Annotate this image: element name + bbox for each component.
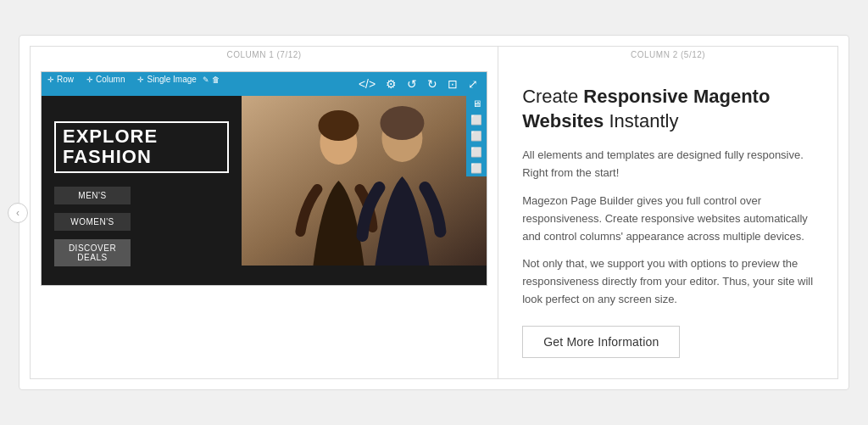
desktop-icon[interactable]: 🖥	[472, 99, 481, 109]
right-sidebar-icons: 🖥 ⬜ ⬜ ⬜ ⬜	[466, 96, 487, 176]
redo-icon[interactable]: ↻	[427, 77, 437, 91]
breadcrumb-column-label: Column	[96, 75, 125, 84]
heading-plain: Create	[522, 86, 583, 107]
paragraph-3: Not only that, we support you with optio…	[522, 255, 814, 308]
main-heading: Create Responsive Magento Websites Insta…	[522, 85, 814, 133]
row-icon: ✛	[47, 75, 54, 84]
heading-end: Instantly	[609, 110, 678, 131]
banner-title: EXPLORE FASHION	[54, 121, 229, 172]
mobile-xs-icon[interactable]: ⬜	[470, 164, 482, 173]
col-right-label: COLUMN 2 (5/12)	[498, 47, 837, 64]
column-icon: ✛	[86, 75, 93, 84]
paragraph-2: Magezon Page Builder gives you full cont…	[522, 193, 814, 245]
breadcrumb-column-item[interactable]: ✛ Column	[81, 72, 131, 87]
breadcrumb-image-label: Single Image	[147, 75, 196, 84]
delete-icon[interactable]: 🗑	[212, 75, 220, 84]
banner-left: EXPLORE FASHION MEN'S WOMEN'S DISCOVER D…	[42, 96, 242, 284]
get-more-button[interactable]: Get More Information	[522, 326, 680, 358]
edit-icon[interactable]: ✎	[203, 75, 209, 84]
builder-ui: </> ⚙ ↺ ↻ ⊡ ⤢ ✛ Row ✛ Column	[41, 71, 487, 285]
mens-button[interactable]: MEN'S	[54, 187, 131, 204]
col-left-label: COLUMN 1 (7/12)	[31, 47, 498, 64]
column-left: COLUMN 1 (7/12) </> ⚙ ↺ ↻ ⊡ ⤢ ✛ Row	[31, 47, 498, 378]
fullscreen-icon[interactable]: ⤢	[468, 77, 478, 91]
paragraph-1: All elements and templates are designed …	[522, 147, 814, 182]
column-right: COLUMN 2 (5/12) Create Responsive Magent…	[498, 47, 837, 378]
settings-icon[interactable]: ⚙	[386, 77, 397, 91]
tablet-icon[interactable]: ⬜	[470, 115, 482, 125]
page-container: ‹ COLUMN 1 (7/12) </> ⚙ ↺ ↻ ⊡ ⤢ ✛	[19, 35, 849, 390]
couple-svg	[242, 96, 487, 266]
columns-container: COLUMN 1 (7/12) </> ⚙ ↺ ↻ ⊡ ⤢ ✛ Row	[30, 46, 838, 379]
fashion-banner: EXPLORE FASHION MEN'S WOMEN'S DISCOVER D…	[42, 96, 487, 284]
breadcrumb-row: ✛ Row ✛ Column ✛ Single Image ✎ 🗑	[42, 72, 225, 87]
mobile-small-icon[interactable]: ⬜	[470, 148, 482, 157]
banner-right: 🖥 ⬜ ⬜ ⬜ ⬜	[242, 96, 487, 284]
layout-icon[interactable]: ⊡	[448, 77, 458, 91]
svg-point-4	[381, 106, 425, 140]
discover-button[interactable]: DISCOVER DEALS	[54, 239, 131, 266]
image-icon: ✛	[137, 75, 144, 84]
svg-point-3	[319, 110, 359, 141]
breadcrumb-image-item[interactable]: ✛ Single Image ✎ 🗑	[131, 72, 225, 87]
breadcrumb-row-item[interactable]: ✛ Row	[42, 72, 80, 87]
mobile-icon[interactable]: ⬜	[470, 131, 482, 141]
womens-button[interactable]: WOMEN'S	[54, 213, 131, 231]
undo-icon[interactable]: ↺	[407, 77, 417, 91]
right-content: Create Responsive Magento Websites Insta…	[498, 64, 837, 378]
code-icon[interactable]: </>	[359, 77, 376, 91]
couple-photo	[242, 96, 487, 266]
breadcrumb-row-label: Row	[57, 75, 74, 84]
left-arrow-button[interactable]: ‹	[8, 203, 28, 223]
